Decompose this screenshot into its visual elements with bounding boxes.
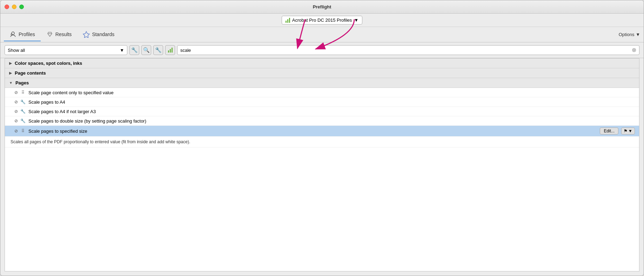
flag-icon: ⚑ — [624, 129, 628, 133]
preflight-window: Preflight Acrobat Pro DC 2015 Profiles ▼ — [0, 0, 644, 276]
section-pages-arrow: ▼ — [9, 81, 13, 85]
item-label: Scale pages to A4 — [28, 99, 635, 105]
dropdown-label: Acrobat Pro DC 2015 Profiles — [292, 18, 352, 23]
check-icon: ⊘ — [13, 109, 19, 114]
window-controls — [5, 5, 24, 9]
description-row: Scales all pages of the PDF proportional… — [5, 137, 639, 147]
dropdown-bar: Acrobat Pro DC 2015 Profiles ▼ — [0, 14, 644, 27]
list-item[interactable]: ⊘ 🔧 Scale pages to A4 — [5, 97, 639, 107]
item-icons: ⊘ 🔧 — [13, 99, 26, 105]
item-icons: ⊘ 🔧 — [13, 118, 26, 124]
results-icon — [46, 31, 53, 38]
section-color-spaces-arrow: ▶ — [9, 61, 12, 65]
item-label: Scale pages to specified size — [28, 129, 597, 134]
profiles-icon — [9, 31, 16, 38]
svg-marker-3 — [83, 32, 89, 38]
search-tool-icon: 🔍 — [143, 47, 150, 53]
item-label: Scale pages to double size (by setting p… — [28, 118, 635, 124]
window-title: Preflight — [313, 4, 331, 9]
filter-label: Show all — [8, 48, 25, 53]
wrench-icon: ⠿ — [20, 90, 26, 95]
chart-tool-icon — [168, 48, 173, 53]
list-item[interactable]: ⊘ ⠿ Scale page content only to specified… — [5, 88, 639, 97]
tabs-bar: Profiles Results Standa — [0, 27, 644, 42]
profile-dropdown[interactable]: Acrobat Pro DC 2015 Profiles ▼ — [282, 16, 362, 25]
search-tool-button[interactable]: 🔍 — [141, 45, 151, 55]
wrench-icon: 🔧 — [20, 109, 26, 114]
item-icons: ⊘ 🔧 — [13, 109, 26, 114]
section-page-contents-label: Page contents — [15, 70, 46, 76]
fix-tool-button[interactable]: 🔧 — [153, 45, 163, 55]
list-item[interactable]: ⊘ 🔧 Scale pages to double size (by setti… — [5, 116, 639, 126]
check-icon: ⊘ — [13, 128, 19, 134]
description-text: Scales all pages of the PDF proportional… — [11, 139, 190, 144]
tab-profiles[interactable]: Profiles — [4, 28, 41, 41]
wrench-gear-icon: 🔧 — [131, 47, 138, 53]
section-pages-label: Pages — [15, 80, 29, 85]
tab-standards-label: Standards — [92, 32, 114, 37]
wrench-icon: 🔧 — [20, 118, 26, 124]
filter-chevron: ▼ — [120, 48, 124, 53]
section-page-contents[interactable]: ▶ Page contents — [5, 68, 639, 78]
list-item-selected[interactable]: ⊘ ⠿ Scale pages to specified size Edit..… — [5, 126, 639, 137]
search-input[interactable] — [180, 48, 632, 53]
tab-profiles-label: Profiles — [19, 32, 35, 37]
list-item[interactable]: ⊘ 🔧 Scale pages to A4 if not larger A3 — [5, 107, 639, 116]
filter-dropdown[interactable]: Show all ▼ — [5, 45, 127, 55]
options-button[interactable]: Options ▼ — [619, 32, 640, 37]
tab-results-label: Results — [55, 32, 72, 37]
tab-standards[interactable]: Standards — [77, 28, 120, 41]
section-color-spaces[interactable]: ▶ Color spaces, spot colors, inks — [5, 58, 639, 68]
wrench-icon: 🔧 — [20, 99, 26, 105]
maximize-button[interactable] — [19, 5, 24, 9]
title-bar: Preflight — [0, 0, 644, 14]
tab-results[interactable]: Results — [41, 28, 78, 41]
section-pages[interactable]: ▼ Pages — [5, 78, 639, 88]
item-icons: ⊘ ⠿ — [13, 90, 26, 95]
item-icons: ⊘ ⠿ — [13, 128, 26, 134]
flag-chevron: ▼ — [628, 129, 632, 133]
svg-point-0 — [12, 32, 14, 35]
chart-icon — [286, 18, 290, 23]
close-button[interactable] — [5, 5, 9, 9]
minimize-button[interactable] — [12, 5, 16, 9]
item-label: Scale pages to A4 if not larger A3 — [28, 109, 635, 114]
section-page-contents-arrow: ▶ — [9, 71, 12, 75]
chart-tool-button[interactable] — [165, 45, 175, 55]
fix-tool-icon: 🔧 — [155, 47, 162, 53]
clear-search-button[interactable]: ⊗ — [632, 47, 636, 53]
wrench-icon: ⠿ — [20, 128, 26, 134]
search-box: ⊗ — [177, 45, 639, 55]
section-color-spaces-label: Color spaces, spot colors, inks — [15, 61, 82, 66]
wrench-gear-button[interactable]: 🔧 — [129, 45, 139, 55]
check-icon: ⊘ — [13, 118, 19, 124]
toolbar: Show all ▼ 🔧 🔍 🔧 — [0, 42, 644, 58]
options-label: Options ▼ — [619, 32, 640, 37]
check-icon: ⊘ — [13, 90, 19, 95]
item-label: Scale page content only to specified val… — [28, 90, 635, 95]
list-area: ▶ Color spaces, spot colors, inks ▶ Page… — [5, 58, 639, 271]
flag-button[interactable]: ⚑ ▼ — [621, 127, 635, 134]
check-icon: ⊘ — [13, 99, 19, 105]
standards-icon — [83, 31, 90, 38]
edit-button[interactable]: Edit... — [600, 127, 618, 134]
dropdown-chevron: ▼ — [354, 18, 358, 23]
